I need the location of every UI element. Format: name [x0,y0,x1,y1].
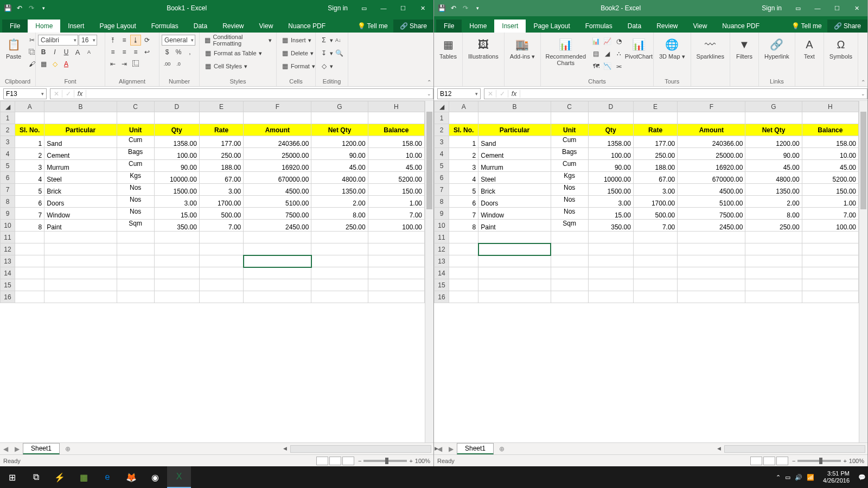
row-header[interactable]: 11 [435,232,449,243]
row-header[interactable]: 10 [435,220,449,232]
zoom-out-button[interactable]: − [792,458,795,464]
zoom-slider[interactable] [363,460,407,462]
qat-more-icon[interactable]: ▾ [473,4,482,12]
maximize-icon[interactable]: ☐ [394,0,412,16]
minimize-icon[interactable]: — [809,0,826,16]
close-icon[interactable]: ✕ [848,0,865,16]
row-header[interactable]: 14 [435,267,449,279]
save-icon[interactable]: 💾 [437,4,446,12]
currency-button[interactable]: $ [162,47,173,57]
sheet-nav-next[interactable]: ▶ [445,445,457,453]
row-header[interactable]: 6 [435,172,449,184]
windows-taskbar[interactable]: ⊞ ⧉ ⚡ ▦ e 🦊 ◉ X ⌃ ▭ 🔊 📶 3:51 PM4/26/2016… [0,466,868,488]
paste-button[interactable]: 📋 Paste [2,35,25,61]
tab-home[interactable]: Home [28,20,60,33]
align-left-button[interactable]: ≡ [107,47,118,57]
area-chart-button[interactable]: ◢ [602,48,613,59]
tab-nuance-pdf[interactable]: Nuance PDF [280,20,333,33]
ribbon-display-icon[interactable]: ▭ [789,0,807,16]
recommended-charts-button[interactable]: 📊Recommended Charts [543,35,589,67]
sparklines-button[interactable]: 〰Sparklines [693,35,727,61]
tab-page-layout[interactable]: Page Layout [92,20,143,33]
row-header[interactable]: 12 [435,243,449,255]
expand-formula-icon[interactable]: ⌄ [425,91,433,97]
close-icon[interactable]: ✕ [414,0,431,16]
row-header[interactable]: 13 [435,255,449,267]
combo-chart-button[interactable]: ⫘ [614,61,624,72]
zoom-in-button[interactable]: + [843,458,846,464]
col-header[interactable]: C [551,101,588,112]
page-layout-view-button[interactable] [329,457,341,465]
row-header[interactable]: 5 [1,160,15,172]
row-header[interactable]: 2 [435,124,449,136]
col-header[interactable]: E [199,101,243,112]
delete-cell-button[interactable]: ▦Delete ▾ [279,48,317,59]
tray-notifications-icon[interactable]: 💬 [858,474,866,481]
hyperlink-button[interactable]: 🔗Hyperlink [761,35,793,61]
format-as-table-button[interactable]: ▦Format as Table ▾ [202,48,274,59]
fx-icon[interactable]: fx [508,90,520,98]
share-button[interactable]: 🔗 Share [393,20,433,33]
col-header[interactable]: G [745,101,802,112]
scatter-chart-button[interactable]: ∴ [614,48,624,59]
col-header[interactable]: A [15,101,44,112]
font-color-button[interactable]: A [61,59,72,69]
tab-review[interactable]: Review [215,20,251,33]
illustrations-button[interactable]: 🖼Illustrations [465,35,502,61]
vertical-scrollbar[interactable] [425,101,433,442]
add-sheet-button[interactable]: ⊕ [494,445,510,453]
enter-formula-icon[interactable]: ✓ [62,90,74,98]
undo-icon[interactable]: ↶ [15,4,24,12]
sign-in-link[interactable]: Sign in [322,4,353,12]
page-layout-view-button[interactable] [763,457,775,465]
symbols-button[interactable]: ΩSymbols [826,35,856,61]
row-header[interactable]: 8 [435,196,449,208]
percent-button[interactable]: % [173,47,184,57]
comma-button[interactable]: , [184,47,195,57]
row-header[interactable]: 3 [435,136,449,148]
col-header[interactable]: D [588,101,633,112]
align-middle-button[interactable]: ≡ [119,35,130,46]
col-header[interactable]: F [678,101,745,112]
filters-button[interactable]: ▼Filters [732,35,756,61]
font-name-dropdown[interactable]: Calibri [38,35,78,46]
row-header[interactable]: 6 [1,172,15,184]
firefox-icon[interactable]: 🦊 [119,466,143,488]
row-header[interactable]: 2 [1,124,15,136]
maximize-icon[interactable]: ☐ [828,0,846,16]
border-button[interactable]: ▦ [38,59,49,69]
start-button[interactable]: ⊞ [0,466,24,488]
expand-formula-icon[interactable]: ⌄ [859,91,867,97]
col-header[interactable]: D [154,101,199,112]
redo-icon[interactable]: ↷ [27,4,36,12]
tab-home[interactable]: Home [462,20,494,33]
tab-formulas[interactable]: Formulas [144,20,186,33]
row-header[interactable]: 1 [1,112,15,124]
stock-chart-button[interactable]: 📉 [602,61,613,72]
tab-formulas[interactable]: Formulas [578,20,620,33]
merge-button[interactable]: ⿺ [130,59,141,69]
collapse-ribbon-icon[interactable]: ⌃ [861,79,865,85]
tables-button[interactable]: ▦Tables [436,35,460,61]
normal-view-button[interactable] [750,457,762,465]
row-header[interactable]: 4 [1,148,15,160]
row-header[interactable]: 7 [1,184,15,196]
row-header[interactable]: 15 [1,279,15,291]
edge-icon[interactable]: e [95,466,119,488]
decimal-dec-button[interactable]: .0 [173,59,184,69]
cancel-formula-icon[interactable]: ✕ [50,90,62,98]
system-clock[interactable]: 3:51 PM4/26/2016 [819,470,854,484]
name-box[interactable]: F13 [3,88,47,99]
tray-volume-icon[interactable]: 🔊 [795,474,802,481]
col-header[interactable]: B [478,101,551,112]
page-break-view-button[interactable] [342,457,354,465]
app-icon[interactable]: ▦ [72,466,95,488]
tray-battery-icon[interactable]: ▭ [785,474,790,481]
cancel-formula-icon[interactable]: ✕ [484,90,496,98]
autosum-button[interactable]: Σ▾ A↓ [318,35,345,46]
tab-insert[interactable]: Insert [60,20,92,33]
vertical-scrollbar[interactable] [859,101,867,442]
tab-data[interactable]: Data [620,20,649,33]
col-header[interactable]: H [368,101,424,112]
row-header[interactable]: 9 [1,208,15,220]
